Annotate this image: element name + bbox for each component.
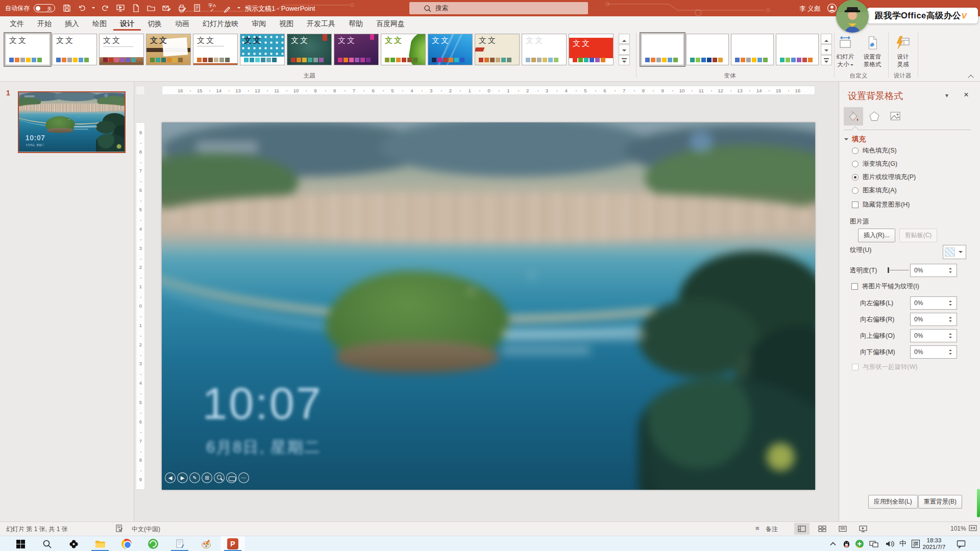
user-name[interactable]: 李 义彪 [799, 5, 820, 13]
display-icon[interactable] [867, 536, 881, 551]
format-background-button[interactable]: 设置背 景格式 [860, 33, 885, 78]
slideshow-view-icon[interactable] [855, 523, 871, 535]
theme-thumbnail-0[interactable]: 文文 [5, 34, 50, 65]
ribbon-tab-10[interactable]: 开发工具 [300, 16, 342, 31]
offset-input[interactable]: 0% [910, 329, 957, 342]
theme-thumbnail-8[interactable]: 文文 [381, 34, 426, 65]
email-edit-icon[interactable] [161, 3, 172, 13]
ribbon-tab-6[interactable]: 动画 [168, 16, 196, 31]
taskbar-clock[interactable]: 18:332021/7/7 [919, 536, 949, 551]
language-indicator[interactable]: 中文(中国) [132, 525, 160, 534]
clipboard-button[interactable]: 剪贴板(C) [899, 229, 938, 242]
autosave-toggle[interactable]: 关 [34, 4, 55, 12]
reading-view-icon[interactable] [835, 523, 850, 535]
ribbon-tab-11[interactable]: 帮助 [342, 16, 370, 31]
offset-input[interactable]: 0% [910, 345, 957, 359]
insert-picture-button[interactable]: 插入(R)... [858, 229, 895, 242]
spinner-arrows[interactable] [949, 314, 955, 325]
apply-to-all-button[interactable]: 应用到全部(L) [868, 495, 918, 509]
horizontal-ruler[interactable]: 1615141312111098765432101234567891011121… [162, 86, 815, 95]
spinner-arrows[interactable] [949, 265, 955, 276]
360-flower-icon[interactable] [61, 536, 86, 551]
undo-dropdown-icon[interactable] [92, 7, 95, 10]
zoom-slide-icon[interactable] [214, 472, 225, 483]
draw-icon[interactable] [222, 3, 233, 13]
search-box[interactable]: 搜索 [409, 2, 588, 14]
variant-thumbnail-3[interactable] [776, 34, 819, 65]
theme-thumbnail-7[interactable]: 文文 [334, 34, 379, 65]
ime-language-indicator[interactable]: 中 [897, 536, 909, 551]
new-file-icon[interactable] [130, 3, 141, 13]
undo-icon[interactable] [77, 3, 87, 13]
start-slideshow-icon[interactable] [115, 3, 126, 13]
speaker-icon[interactable] [883, 536, 896, 551]
ribbon-tab-9[interactable]: 视图 [273, 16, 300, 31]
variant-thumbnail-1[interactable] [686, 34, 729, 65]
account-person-icon[interactable] [827, 3, 837, 15]
gallery-more-icon[interactable] [619, 55, 630, 65]
captions-icon[interactable] [226, 472, 237, 483]
theme-thumbnail-4[interactable]: 文文 [193, 34, 238, 65]
tray-expand-icon[interactable] [827, 536, 839, 551]
gallery-down-icon[interactable] [821, 44, 832, 55]
normal-view-icon[interactable] [794, 523, 810, 535]
reset-background-button[interactable]: 重置背景(B) [918, 495, 962, 509]
fill-option-1[interactable]: 渐变填充(G) [839, 157, 980, 170]
slide-sorter-icon[interactable] [815, 523, 830, 535]
previous-slide-icon[interactable]: ◀ [165, 472, 176, 483]
print-preview-icon[interactable] [191, 3, 202, 13]
pen-tool-icon[interactable]: ✎ [189, 472, 200, 483]
save-icon[interactable] [61, 3, 72, 13]
panel-scrollbar[interactable] [977, 489, 980, 517]
picture-tool-icon[interactable] [886, 107, 905, 126]
notes-button[interactable]: 备注 [766, 525, 778, 534]
texture-dropdown[interactable] [943, 245, 966, 259]
zoom-level[interactable]: 101% [950, 525, 966, 532]
pinyin-check-icon[interactable]: 字A✓ [207, 3, 217, 13]
design-ideas-button[interactable]: 设计 灵感 [891, 33, 915, 78]
ribbon-tab-1[interactable]: 开始 [31, 16, 58, 31]
theme-thumbnail-3[interactable]: 文文 [146, 34, 191, 65]
file-explorer-icon[interactable] [88, 536, 112, 551]
offset-input[interactable]: 0% [910, 296, 957, 310]
theme-thumbnail-11[interactable]: 文文 [522, 34, 567, 65]
gallery-up-icon[interactable] [619, 34, 630, 44]
360-browser-icon[interactable] [141, 536, 165, 551]
theme-thumbnail-5[interactable]: 文文 [240, 34, 285, 65]
fill-option-2[interactable]: 图片或纹理填充(P) [839, 170, 980, 184]
slide-1-thumbnail[interactable]: 10:07 6月8日, 星期二 [18, 91, 126, 153]
ribbon-tab-5[interactable]: 切换 [141, 16, 168, 31]
chrome-icon[interactable] [114, 536, 139, 551]
variant-thumbnail-2[interactable] [731, 34, 774, 65]
theme-thumbnail-12[interactable]: 文文 [569, 34, 614, 65]
spinner-arrows[interactable] [949, 297, 955, 309]
vertical-ruler[interactable]: 9876543210123456789 [136, 122, 145, 490]
powerpoint-taskbar-icon[interactable]: P [220, 536, 245, 551]
gallery-up-icon[interactable] [821, 34, 832, 44]
ribbon-tab-4[interactable]: 设计 [113, 16, 141, 31]
ribbon-tab-12[interactable]: 百度网盘 [370, 16, 411, 31]
theme-thumbnail-1[interactable]: 文文 [52, 34, 97, 65]
variant-thumbnail-0[interactable] [641, 34, 684, 65]
see-all-slides-icon[interactable]: ⊞ [202, 472, 212, 483]
redo-icon[interactable] [100, 3, 110, 13]
fill-section-header[interactable]: 填充 [844, 135, 866, 144]
action-center-icon[interactable] [952, 536, 970, 551]
offset-input[interactable]: 0% [910, 313, 957, 326]
draw-dropdown-icon[interactable] [237, 7, 240, 10]
spinner-arrows[interactable] [949, 330, 955, 341]
spell-check-icon[interactable] [115, 524, 123, 534]
panel-dropdown-icon[interactable]: ▾ [945, 92, 948, 99]
ribbon-tab-7[interactable]: 幻灯片放映 [196, 16, 245, 31]
ribbon-tab-2[interactable]: 插入 [58, 16, 86, 31]
fill-option-3[interactable]: 图案填充(A) [839, 184, 980, 197]
panel-close-icon[interactable]: × [964, 90, 969, 100]
notepad-icon[interactable] [167, 536, 192, 551]
360-safe-icon[interactable] [853, 536, 866, 551]
transparency-slider[interactable] [888, 269, 909, 271]
theme-thumbnail-10[interactable]: 文文 [475, 34, 520, 65]
slide-editing-area[interactable]: 10:07 6月8日, 星期二 ◀ ▶ ✎ ⊞ ⋯ [162, 122, 815, 490]
theme-thumbnail-9[interactable]: 文文 [428, 34, 473, 65]
paint-icon[interactable] [194, 536, 218, 551]
fit-to-window-icon[interactable] [969, 524, 977, 533]
